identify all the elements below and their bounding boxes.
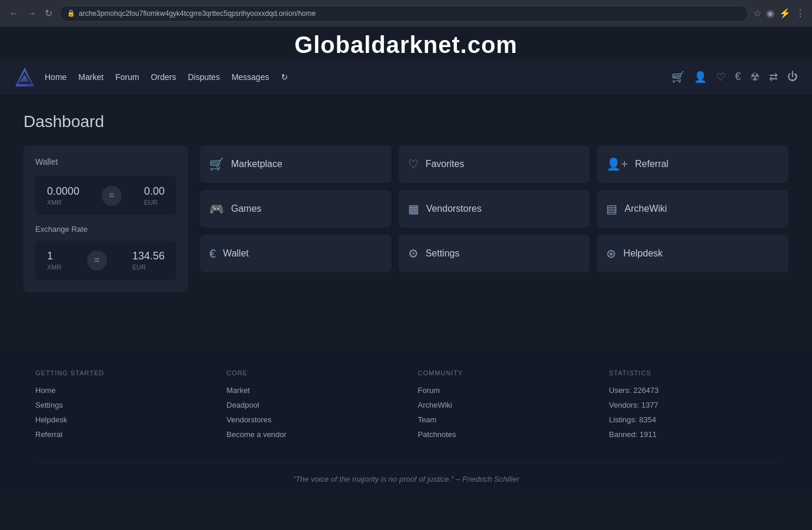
footer-stat: Vendors: 1377 — [609, 401, 777, 409]
menu-icon[interactable]: ⋮ — [796, 8, 805, 19]
footer-link[interactable]: Vendorstores — [226, 415, 394, 424]
rate-xmr-label: XMR — [47, 264, 61, 271]
archewiki-icon: ▤ — [606, 202, 617, 216]
helpdesk-label: Helpdesk — [623, 248, 663, 259]
back-button[interactable]: ← — [7, 7, 21, 20]
footer-link[interactable]: Become a vendor — [226, 430, 394, 439]
swap-icon[interactable]: ⇄ — [769, 71, 778, 84]
main-nav: Home Market Forum Orders Disputes Messag… — [45, 72, 671, 82]
nav-orders[interactable]: Orders — [151, 72, 176, 82]
site-banner-text: Globaldarknet.com — [295, 32, 517, 58]
main-content: Dashboard Wallet 0.0000 XMR = 0.00 EUR E… — [0, 94, 812, 311]
settings-label: Settings — [426, 248, 460, 259]
footer-col-2: COMMUNITYForumArcheWikiTeamPatchnotes — [418, 369, 586, 445]
rate-equals-icon: = — [87, 251, 107, 271]
archewiki-label: ArcheWiki — [624, 204, 667, 214]
balance-box: 0.0000 XMR = 0.00 EUR — [35, 176, 176, 215]
footer-link[interactable]: Referral — [35, 430, 203, 439]
action-card-helpdesk[interactable]: ⊛Helpdesk — [597, 235, 788, 272]
eur-balance: 0.00 EUR — [144, 185, 165, 206]
lock-icon: 🔒 — [67, 9, 75, 17]
forward-button[interactable]: → — [25, 7, 39, 20]
nav-refresh[interactable]: ↻ — [281, 72, 288, 82]
favorites-icon: ♡ — [408, 157, 419, 171]
equals-icon: = — [102, 186, 122, 206]
xmr-amount: 0.0000 — [47, 185, 79, 198]
footer-col-title-0: GETTING STARTED — [35, 369, 203, 376]
footer-link[interactable]: Forum — [418, 386, 586, 395]
wallet-label: Wallet — [223, 248, 249, 259]
browser-toolbar: ☆ ◉ ⚡ ⋮ — [753, 8, 805, 19]
footer-link[interactable]: Patchnotes — [418, 430, 586, 439]
mask-icon[interactable]: ☢ — [750, 71, 760, 84]
nav-market[interactable]: Market — [78, 72, 103, 82]
address-bar[interactable]: 🔒 arche3pmohqc2fou7flomkw4gyk4tcgrre3qrt… — [59, 5, 748, 22]
browser-nav-buttons[interactable]: ← → ↻ — [7, 6, 55, 20]
header-icons: 🛒 👤 ♡ € ☢ ⇄ ⏻ — [671, 71, 798, 84]
action-card-vendorstores[interactable]: ▦Vendorstores — [399, 190, 590, 228]
action-card-favorites[interactable]: ♡Favorites — [399, 145, 590, 183]
nav-disputes[interactable]: Disputes — [188, 72, 219, 82]
rate-xmr: 1 XMR — [47, 250, 61, 271]
rate-eur-amount: 134.56 — [132, 250, 165, 262]
favorites-label: Favorites — [426, 159, 465, 169]
rate-eur: 134.56 EUR — [132, 250, 165, 271]
wallet-title: Wallet — [35, 157, 176, 166]
nav-forum[interactable]: Forum — [115, 72, 139, 82]
action-card-settings[interactable]: ⚙Settings — [399, 235, 590, 272]
site-header: Home Market Forum Orders Disputes Messag… — [0, 61, 812, 94]
action-card-wallet[interactable]: €Wallet — [200, 235, 392, 272]
footer-col-1: COREMarketDeadpoolVendorstoresBecome a v… — [226, 369, 394, 445]
exchange-rate-label: Exchange Rate — [35, 225, 176, 234]
footer-stat: Banned: 1911 — [609, 430, 777, 439]
footer-stat: Listings: 8354 — [609, 415, 777, 424]
cart-icon[interactable]: 🛒 — [671, 71, 684, 84]
wallet-icon: € — [209, 247, 216, 261]
footer-col-title-2: COMMUNITY — [418, 369, 586, 376]
eur-label: EUR — [144, 199, 165, 206]
footer-col-title-1: CORE — [226, 369, 394, 376]
bookmark-icon[interactable]: ☆ — [753, 8, 761, 19]
site-logo — [14, 66, 35, 88]
nav-home[interactable]: Home — [45, 72, 66, 82]
footer-columns: GETTING STARTEDHomeSettingsHelpdeskRefer… — [35, 369, 777, 445]
nav-messages[interactable]: Messages — [232, 72, 269, 82]
vendorstores-icon: ▦ — [408, 202, 419, 216]
heart-icon[interactable]: ♡ — [716, 71, 726, 84]
extension-icon[interactable]: ⚡ — [779, 8, 791, 19]
action-card-archewiki[interactable]: ▤ArcheWiki — [597, 190, 788, 228]
action-card-referral[interactable]: 👤+Referral — [597, 145, 788, 183]
footer-quote: "The voice of the majority is no proof o… — [35, 462, 777, 484]
footer-link[interactable]: Team — [418, 415, 586, 424]
footer-link[interactable]: Helpdesk — [35, 415, 203, 424]
action-card-marketplace[interactable]: 🛒Marketplace — [200, 145, 392, 183]
games-label: Games — [231, 204, 262, 214]
footer-stat: Users: 226473 — [609, 386, 777, 395]
referral-icon: 👤+ — [606, 157, 628, 171]
euro-icon[interactable]: € — [735, 71, 741, 83]
wallet-card: Wallet 0.0000 XMR = 0.00 EUR Exchange Ra… — [24, 145, 188, 292]
shield-icon[interactable]: ◉ — [766, 8, 774, 19]
footer: GETTING STARTEDHomeSettingsHelpdeskRefer… — [0, 346, 812, 495]
reload-button[interactable]: ↻ — [42, 6, 55, 20]
user-icon[interactable]: 👤 — [694, 71, 707, 84]
footer-col-3: STATISTICSUsers: 226473Vendors: 1377List… — [609, 369, 777, 445]
xmr-label: XMR — [47, 199, 79, 206]
games-icon: 🎮 — [209, 202, 224, 216]
settings-icon: ⚙ — [408, 246, 419, 261]
eur-amount: 0.00 — [144, 185, 165, 198]
footer-link[interactable]: Deadpool — [226, 401, 394, 409]
rate-box: 1 XMR = 134.56 EUR — [35, 241, 176, 280]
page-title: Dashboard — [24, 112, 788, 131]
vendorstores-label: Vendorstores — [426, 204, 482, 214]
footer-link[interactable]: Market — [226, 386, 394, 395]
power-icon[interactable]: ⏻ — [787, 71, 798, 83]
footer-link[interactable]: Settings — [35, 401, 203, 409]
rate-eur-label: EUR — [132, 264, 165, 271]
footer-link[interactable]: ArcheWiki — [418, 401, 586, 409]
rate-xmr-amount: 1 — [47, 250, 61, 262]
footer-link[interactable]: Home — [35, 386, 203, 395]
referral-label: Referral — [635, 159, 669, 169]
dashboard-grid: Wallet 0.0000 XMR = 0.00 EUR Exchange Ra… — [24, 145, 788, 292]
action-card-games[interactable]: 🎮Games — [200, 190, 392, 228]
